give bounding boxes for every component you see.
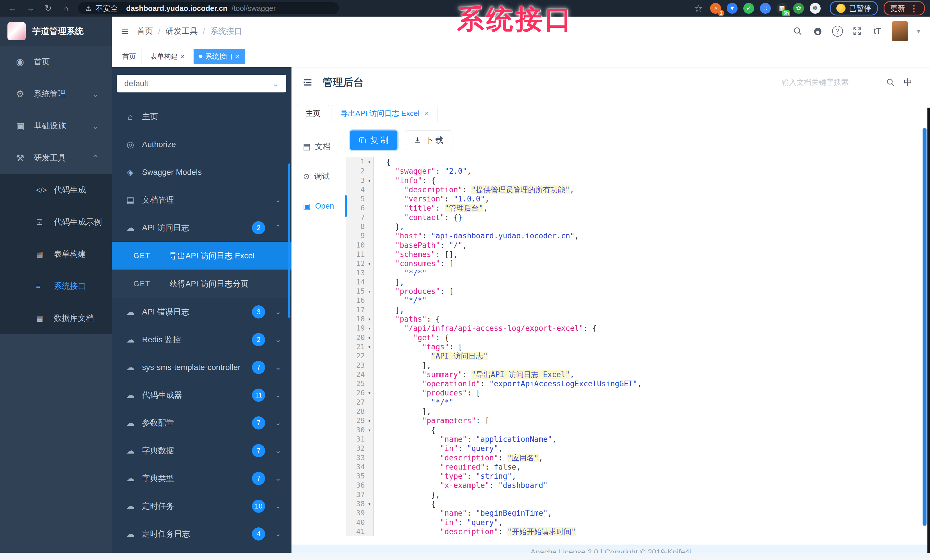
swagger-item-API 访问日志[interactable]: ☁API 访问日志2⌃	[112, 214, 291, 241]
breadcrumb-item[interactable]: 研发工具	[165, 26, 197, 37]
api-operation-导出API 访问日志 Excel[interactable]: GET导出API 访问日志 Excel	[112, 242, 291, 270]
swagger-item-API 错误日志[interactable]: ☁API 错误日志3⌄	[112, 298, 291, 326]
swagger-item-Swagger Models[interactable]: ◈Swagger Models	[112, 158, 291, 186]
doc-tab-导出API 访问日志 Excel[interactable]: 导出API 访问日志 Excel×	[331, 105, 438, 121]
browser-home-button[interactable]: ⌂	[59, 0, 73, 17]
ext-green-check-icon[interactable]: ✓	[743, 3, 754, 14]
paused-pill[interactable]: 已暂停	[830, 1, 878, 15]
fullscreen-icon[interactable]	[851, 26, 863, 37]
ext-orange-icon[interactable]: ◔1	[710, 3, 721, 14]
swagger-item-定时任务[interactable]: ☁定时任务10⌄	[112, 492, 291, 520]
sidebar-collapse-icon[interactable]: ≡	[122, 24, 129, 38]
code-text: "/api/infra/api-access-log/export-excel"…	[374, 324, 597, 333]
swagger-item-label: 字典类型	[142, 473, 246, 484]
swagger-item-字典数据[interactable]: ☁字典数据7⌄	[112, 437, 291, 465]
breadcrumb-item[interactable]: 首页	[137, 26, 153, 37]
doc-search-icon[interactable]	[885, 77, 896, 88]
ext-leaf-icon[interactable]: ✿	[793, 3, 804, 14]
logo[interactable]: 芋道管理系统	[0, 17, 112, 46]
security-label[interactable]: 不安全	[95, 3, 118, 14]
swagger-item-主页[interactable]: ⌂主页	[112, 103, 291, 130]
doc-tab-主页[interactable]: 主页	[297, 105, 329, 121]
fold-caret-icon[interactable]: ▾	[365, 342, 373, 351]
fold-caret-icon[interactable]: ▾	[365, 176, 373, 185]
sidebar-item-首页[interactable]: ◉首页	[0, 46, 112, 78]
paused-label: 已暂停	[849, 3, 871, 14]
help-icon[interactable]: ?	[832, 26, 843, 37]
swagger-item-参数配置[interactable]: ☁参数配置7⌄	[112, 409, 291, 437]
fold-caret-icon[interactable]: ▾	[365, 287, 373, 296]
fold-caret-icon[interactable]: ▾	[365, 499, 373, 508]
side-tab-文档[interactable]: ▤文档	[291, 132, 346, 161]
language-toggle[interactable]: 中	[904, 77, 912, 88]
doc-search-input[interactable]	[781, 75, 877, 89]
menu-fold-icon[interactable]	[302, 77, 313, 88]
ext-blue-dart-icon[interactable]: ▼	[727, 3, 738, 14]
fold-caret-icon[interactable]: ▾	[365, 157, 373, 167]
back-button[interactable]: ←	[5, 0, 20, 17]
sidebar-item-数据库文档[interactable]: ▤数据库文档	[0, 302, 112, 334]
ext-pinwheel-icon[interactable]: ✽	[810, 3, 821, 14]
sidebar-item-基础设施[interactable]: ▣基础设施⌄	[0, 110, 112, 142]
sidebar-item-代码生成[interactable]: </>代码生成	[0, 174, 112, 206]
swagger-item-Redis 监控[interactable]: ☁Redis 监控2⌄	[112, 326, 291, 353]
swagger-item-代码生成器[interactable]: ☁代码生成器11⌄	[112, 381, 291, 409]
sidebar-item-代码生成示例[interactable]: ☑代码生成示例	[0, 206, 112, 238]
font-size-icon[interactable]: tT	[871, 26, 883, 37]
sidebar-item-系统管理[interactable]: ⚙系统管理⌄	[0, 78, 112, 110]
bookmark-star-icon[interactable]: ☆	[694, 3, 703, 14]
tag-系统接口[interactable]: 系统接口×	[194, 49, 245, 64]
code-line: 2 "swagger": "2.0",	[346, 167, 930, 176]
sidebar-item-研发工具[interactable]: ⚒研发工具⌃	[0, 142, 112, 174]
github-icon[interactable]	[812, 26, 824, 37]
fold-caret-icon[interactable]: ▾	[365, 259, 373, 268]
ext-grid-icon[interactable]: ∷	[760, 3, 771, 14]
tab-close-icon[interactable]: ×	[425, 109, 429, 118]
header-search-icon[interactable]	[792, 26, 804, 37]
tag-label: 系统接口	[205, 52, 233, 61]
address-bar[interactable]: ⚠ 不安全 dashboard.yudao.iocoder.cn/tool/sw…	[78, 2, 339, 14]
browser-menu-dots-icon[interactable]: ⋮	[910, 3, 918, 14]
swagger-item-Authorize[interactable]: ◎Authorize	[112, 130, 291, 158]
forward-button[interactable]: →	[23, 0, 38, 17]
download-button[interactable]: 下 载	[405, 130, 453, 150]
code-line: 28 ],	[346, 407, 930, 416]
fold-caret-icon[interactable]: ▾	[365, 333, 373, 342]
annotation-overlay: 系统接口	[457, 1, 574, 37]
fold-caret-icon[interactable]: ▾	[365, 425, 373, 435]
swagger-item-文档管理[interactable]: ▤文档管理⌄	[112, 186, 291, 214]
page-scrollbar[interactable]	[922, 127, 927, 526]
code-editor[interactable]: 1▾{2 "swagger": "2.0",3▾ "info": {4 "des…	[346, 157, 930, 545]
line-number: 37	[356, 490, 365, 499]
side-tab-Open[interactable]: ▣Open	[291, 191, 346, 221]
side-tabs: ▤文档⊙调试▣Open	[291, 122, 346, 545]
security-warning-icon: ⚠	[85, 4, 92, 12]
tag-表单构建[interactable]: 表单构建×	[145, 49, 190, 64]
sidebar-item-表单构建[interactable]: ▦表单构建	[0, 238, 112, 270]
update-button[interactable]: 更新 ⋮	[884, 1, 925, 15]
fold-caret-icon[interactable]: ▾	[365, 388, 373, 397]
tag-首页[interactable]: 首页	[117, 49, 142, 64]
sidebar-item-系统接口[interactable]: ≡系统接口	[0, 270, 112, 302]
fold-caret-icon[interactable]: ▾	[365, 315, 373, 324]
code-text: "version": "1.0.0",	[374, 194, 489, 204]
breadcrumb-item[interactable]: 系统接口	[210, 26, 242, 37]
code-text: "name": "beginBeginTime",	[374, 508, 552, 518]
app-title: 芋道管理系统	[32, 26, 84, 37]
ext-dark-icon[interactable]: ▦6h	[776, 3, 787, 14]
fold-caret-icon[interactable]: ▾	[365, 416, 373, 425]
swagger-item-定时任务日志[interactable]: ☁定时任务日志4⌄	[112, 520, 291, 548]
tag-close-icon[interactable]: ×	[236, 52, 240, 60]
user-menu-caret-icon[interactable]: ▾	[917, 27, 920, 35]
reload-button[interactable]: ↻	[41, 0, 55, 17]
group-select[interactable]: default ⌄	[117, 75, 286, 92]
swagger-item-字典类型[interactable]: ☁字典类型7⌄	[112, 465, 291, 492]
side-tab-调试[interactable]: ⊙调试	[291, 161, 346, 191]
copy-button[interactable]: 复 制	[350, 130, 397, 150]
api-operation-获得API 访问日志分页[interactable]: GET获得API 访问日志分页	[112, 270, 291, 298]
swagger-item-sys-sms-template-controller[interactable]: ☁sys-sms-template-controller7⌄	[112, 353, 291, 381]
user-avatar[interactable]	[892, 21, 908, 41]
tag-close-icon[interactable]: ×	[181, 52, 185, 60]
fold-caret-icon[interactable]: ▾	[365, 324, 373, 333]
sidebar-scrollbar[interactable]	[288, 163, 290, 318]
